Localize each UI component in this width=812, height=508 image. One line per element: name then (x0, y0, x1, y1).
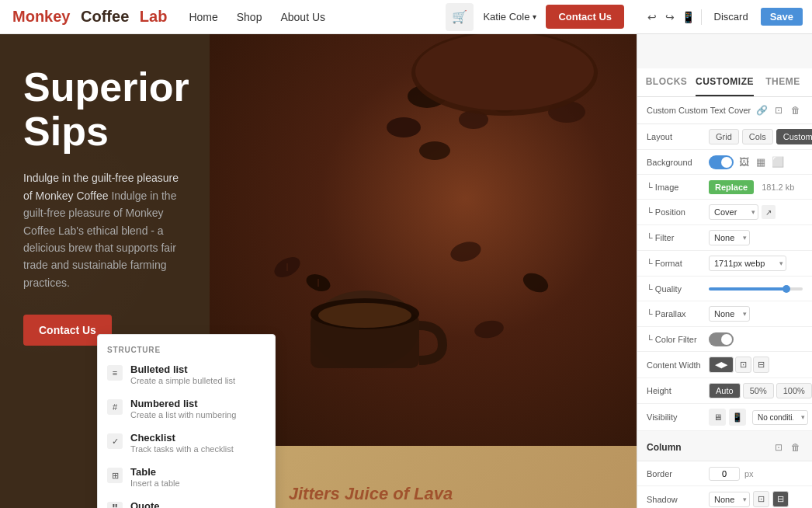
svg-point-9 (415, 34, 594, 110)
structure-item-numbered[interactable]: # Numbered list Create a list with numbe… (98, 391, 275, 426)
color-filter-toggle[interactable] (709, 332, 734, 346)
background-controls: 🖼 ▦ ⬜ (709, 155, 803, 169)
bg-image-icon[interactable]: 🖼 (737, 155, 751, 169)
svg-point-7 (419, 141, 450, 160)
width-btn-2[interactable]: ⊡ (735, 357, 751, 373)
image-size: 181.2 kb (762, 183, 794, 192)
border-input[interactable] (709, 467, 740, 481)
parallax-select[interactable]: None (709, 306, 750, 322)
quality-row: └ Quality (637, 277, 812, 301)
logo-lab: Lab (140, 8, 168, 26)
svg-point-13 (318, 303, 411, 328)
width-btn-1[interactable]: ◀▶ (709, 357, 734, 373)
chevron-down-icon: ▾ (533, 12, 536, 21)
redo-button[interactable]: ↪ (664, 6, 675, 28)
layout-custom-btn[interactable]: Custom (776, 129, 812, 144)
shadow-btn-2[interactable]: ⊟ (772, 491, 789, 507)
panel-breadcrumb: Custom Custom Text Cover 🔗 ⊡ 🗑 (637, 97, 812, 124)
image-label: └ Image (647, 183, 709, 192)
filter-select[interactable]: None Blur (709, 230, 750, 245)
column-section-icons: ⊡ 🗑 (772, 440, 803, 454)
breadcrumb-copy-icon[interactable]: ⊡ (772, 103, 786, 117)
save-button[interactable]: Save (761, 8, 803, 26)
image-replace-btn[interactable]: Replace (709, 180, 754, 194)
tab-blocks[interactable]: BLOCKS (637, 68, 696, 96)
height-controls: Auto 50% 100% (709, 383, 812, 398)
quality-slider[interactable] (709, 287, 803, 291)
visibility-desktop-icon[interactable]: 🖥 (709, 409, 726, 426)
panel-tabs: BLOCKS CUSTOMIZE THEME (637, 68, 812, 97)
position-arrow-btn[interactable]: ↗ (762, 205, 776, 219)
format-label: └ Format (647, 259, 709, 268)
mobile-preview-button[interactable]: 📱 (682, 6, 695, 28)
border-label: Border (647, 469, 709, 478)
width-btn-group: ◀▶ ⊡ ⊟ (709, 357, 769, 373)
numbered-list-icon: # (107, 399, 123, 415)
structure-dropdown-header: STRUCTURE (98, 341, 275, 357)
background-toggle[interactable] (709, 155, 734, 169)
bg-gradient-icon[interactable]: ⬜ (771, 155, 785, 169)
bulleted-list-desc: Create a simple bulleted list (130, 376, 235, 385)
structure-item-table[interactable]: ⊞ Table Insert a table (98, 460, 275, 494)
format-row: └ Format 1711px webp (637, 251, 812, 277)
visibility-mobile-icon[interactable]: 📱 (729, 409, 746, 426)
structure-item-quote[interactable]: " Quote Add a blockquote section (98, 494, 275, 508)
discard-button[interactable]: Discard (708, 8, 755, 26)
checklist-icon: ✓ (107, 433, 123, 449)
shadow-select[interactable]: None (709, 492, 750, 507)
filter-row: └ Filter None Blur (637, 225, 812, 251)
layout-cols-btn[interactable]: Cols (742, 129, 773, 144)
nav-links: Home Shop About Us (189, 11, 436, 23)
nav-about[interactable]: About Us (280, 11, 325, 23)
visibility-condition-select[interactable]: No conditi... (752, 410, 808, 425)
svg-point-3 (387, 117, 421, 137)
image-row: └ Image Replace 181.2 kb (637, 175, 812, 200)
table-desc: Insert a table (130, 478, 180, 488)
numbered-list-desc: Create a list with numbering (130, 410, 236, 419)
table-title: Table (130, 466, 180, 478)
layout-controls: Grid Cols Custom (709, 129, 812, 144)
tab-theme[interactable]: THEME (754, 68, 812, 96)
shadow-label: Shadow (647, 495, 709, 504)
parallax-row: └ Parallax None (637, 301, 812, 327)
quote-title: Quote (130, 500, 226, 508)
column-delete-icon[interactable]: 🗑 (789, 440, 803, 454)
right-panel: BLOCKS CUSTOMIZE THEME Custom Custom Tex… (637, 34, 812, 508)
bulleted-list-title: Bulleted list (130, 364, 235, 375)
width-btn-3[interactable]: ⊟ (753, 357, 769, 373)
format-select[interactable]: 1711px webp (709, 256, 786, 271)
structure-item-bulleted[interactable]: ≡ Bulleted list Create a simple bulleted… (98, 357, 275, 391)
hero-title: SuperiorSips (23, 65, 186, 154)
tab-customize[interactable]: CUSTOMIZE (696, 68, 754, 96)
bulleted-list-icon: ≡ (107, 365, 123, 381)
image-controls: Replace 181.2 kb (709, 180, 803, 194)
height-auto-btn[interactable]: Auto (709, 383, 741, 398)
breadcrumb-link-icon[interactable]: 🔗 (755, 103, 769, 117)
filter-select-wrapper: None Blur (709, 230, 750, 245)
structure-item-checklist[interactable]: ✓ Checklist Track tasks with a checklist (98, 426, 275, 460)
hero-description: Indulge in the guilt-free pleasure of Mo… (23, 169, 186, 291)
position-select[interactable]: Cover Contain Fill (709, 204, 758, 220)
contact-us-button[interactable]: Contact Us (546, 5, 624, 29)
height-50-btn[interactable]: 50% (743, 383, 774, 398)
column-section-header: Column ⊡ 🗑 (637, 434, 812, 461)
format-select-wrapper: 1711px webp (709, 256, 786, 271)
nav-home[interactable]: Home (189, 11, 217, 23)
cart-button[interactable]: 🛒 (446, 3, 474, 31)
nav-shop[interactable]: Shop (237, 11, 262, 23)
user-menu[interactable]: Katie Cole ▾ (483, 11, 536, 23)
quality-controls (709, 287, 803, 291)
undo-button[interactable]: ↩ (646, 6, 658, 28)
column-copy-icon[interactable]: ⊡ (772, 440, 786, 454)
height-row: Height Auto 50% 100% (637, 378, 812, 404)
border-controls: px (709, 467, 803, 481)
shadow-row: Shadow None ⊡ ⊟ (637, 486, 812, 508)
breadcrumb-delete-icon[interactable]: 🗑 (789, 103, 803, 117)
position-select-wrapper: Cover Contain Fill (709, 204, 758, 220)
shadow-btn-1[interactable]: ⊡ (753, 491, 769, 507)
site-logo: Monkey Coffee Lab (12, 8, 167, 26)
bg-pattern-icon[interactable]: ▦ (754, 155, 768, 169)
content-width-row: Content Width ◀▶ ⊡ ⊟ (637, 352, 812, 378)
height-100-btn[interactable]: 100% (776, 383, 812, 398)
layout-grid-btn[interactable]: Grid (709, 129, 739, 144)
